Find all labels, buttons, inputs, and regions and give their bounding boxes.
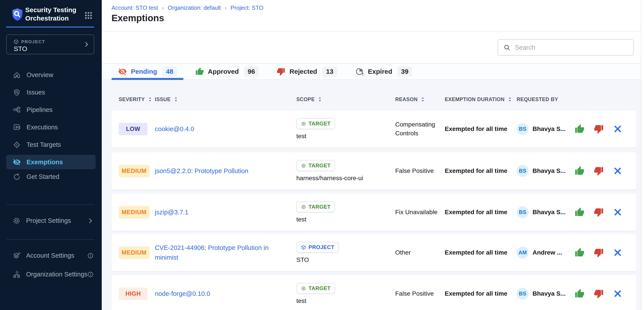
column-header-exemption-duration[interactable]: EXEMPTION DURATION <box>445 97 516 102</box>
table-row: MEDIUM json5@2.2.0: Prototype Pollution … <box>112 152 636 189</box>
sidebar-item-issues[interactable]: Issues <box>0 84 102 101</box>
cancel-x-icon[interactable] <box>613 248 622 257</box>
cancel-x-icon[interactable] <box>613 166 622 175</box>
issue-link[interactable]: jszip@3.7.1 <box>155 207 188 217</box>
sidebar: Security Testing Orchestration PROJECT S… <box>0 0 102 310</box>
pipelines-icon <box>13 106 21 114</box>
row-actions <box>574 289 636 299</box>
breadcrumb-project-link[interactable]: Project: STO <box>230 4 263 11</box>
exemption-duration-text: Exempted for all time <box>445 290 516 297</box>
tab-approved[interactable]: Approved 96 <box>188 64 265 79</box>
sort-icon[interactable] <box>508 97 512 102</box>
tab-label: Approved <box>208 68 239 75</box>
column-header-reason[interactable]: REASON <box>395 97 445 102</box>
sidebar-item-exemptions[interactable]: Exemptions <box>6 155 96 169</box>
info-icon[interactable] <box>87 271 94 278</box>
row-actions <box>574 248 636 258</box>
row-actions <box>574 124 636 134</box>
layers-gear-icon <box>12 252 21 260</box>
table-row: MEDIUM jszip@3.7.1 TARGET test Fix Unava… <box>112 194 636 231</box>
scope-type-chip: TARGET <box>296 160 335 171</box>
reason-text: False Positive <box>395 289 445 298</box>
scope-type-chip: TARGET <box>296 201 335 212</box>
sidebar-item-project-settings[interactable]: Project Settings <box>0 212 102 229</box>
requested-by-cell: BS Bhavya S... <box>516 206 574 218</box>
column-header-severity[interactable]: SEVERITY <box>119 97 155 102</box>
tab-label: Pending <box>131 68 157 75</box>
cancel-x-icon[interactable] <box>613 208 622 217</box>
approve-thumb-up-icon[interactable] <box>574 166 584 176</box>
severity-badge: MEDIUM <box>119 165 150 177</box>
tab-count-badge: 13 <box>322 67 337 76</box>
avatar: BS <box>516 165 528 177</box>
table-header-row: SEVERITY ISSUE SCOPE REASON EXEMPTION DU… <box>112 93 636 106</box>
cancel-x-icon[interactable] <box>613 289 622 298</box>
table-row: LOW cookie@0.4.0 TARGET test Compensatin… <box>112 110 636 148</box>
scope-type-label: TARGET <box>308 204 330 210</box>
tab-rejected[interactable]: Rejected 13 <box>270 64 344 79</box>
avatar: BS <box>516 206 528 218</box>
breadcrumb-separator-icon: › <box>225 5 226 11</box>
sidebar-item-label: Project Settings <box>26 217 71 224</box>
issue-link[interactable]: json5@2.2.0: Prototype Pollution <box>155 166 248 176</box>
cube-icon <box>301 245 306 250</box>
sidebar-item-executions[interactable]: Executions <box>0 119 102 136</box>
scope-type-chip: TARGET <box>296 283 335 294</box>
thumb-up-icon <box>195 67 204 76</box>
reject-thumb-down-icon[interactable] <box>594 289 604 299</box>
search-input[interactable] <box>514 44 634 51</box>
cancel-x-icon[interactable] <box>613 125 622 133</box>
breadcrumb-account-link[interactable]: Account: STO test <box>112 4 158 11</box>
severity-badge: LOW <box>119 123 148 135</box>
app-title: Security Testing Orchestration <box>25 6 78 22</box>
sidebar-item-test-targets[interactable]: Test Targets <box>0 136 102 154</box>
reject-thumb-down-icon[interactable] <box>594 207 604 217</box>
exemptions-table: SEVERITY ISSUE SCOPE REASON EXEMPTION DU… <box>102 80 641 310</box>
scope-cell: TARGET harness/harness-core-ui <box>296 160 395 182</box>
reject-thumb-down-icon[interactable] <box>594 124 604 134</box>
sort-icon[interactable] <box>148 97 152 102</box>
scope-type-chip: TARGET <box>296 118 335 129</box>
reject-thumb-down-icon[interactable] <box>594 166 604 176</box>
tab-label: Rejected <box>290 68 317 75</box>
tab-expired[interactable]: Expired 39 <box>348 64 419 79</box>
column-header-scope[interactable]: SCOPE <box>296 97 395 102</box>
approve-thumb-up-icon[interactable] <box>574 248 584 258</box>
module-switcher-grid-icon[interactable] <box>84 11 93 20</box>
sidebar-item-get-started[interactable]: Get Started <box>0 168 102 185</box>
issue-link[interactable]: node-forge@0.10.0 <box>155 289 210 299</box>
sidebar-item-organization-settings[interactable]: Organization Settings <box>0 266 102 283</box>
issue-link[interactable]: cookie@0.4.0 <box>155 124 194 134</box>
info-icon[interactable] <box>87 252 94 259</box>
approve-thumb-up-icon[interactable] <box>574 124 584 134</box>
row-actions <box>574 166 636 176</box>
approve-thumb-up-icon[interactable] <box>574 207 584 217</box>
sidebar-nav: Overview Issues Pipelines Executions Tes… <box>0 66 102 185</box>
issue-link[interactable]: CVE-2021-44906: Prototype Pollution in m… <box>155 243 283 262</box>
approve-thumb-up-icon[interactable] <box>574 289 584 299</box>
reject-thumb-down-icon[interactable] <box>594 248 604 258</box>
severity-badge: HIGH <box>119 288 148 300</box>
scope-cell: TARGET test <box>296 283 395 305</box>
scope-type-label: TARGET <box>308 162 330 169</box>
project-selector[interactable]: PROJECT STO <box>6 34 94 54</box>
tab-pending[interactable]: Pending 48 <box>112 64 184 79</box>
scope-name: test <box>296 133 306 140</box>
scope-name: test <box>296 298 306 305</box>
target-icon <box>301 163 306 168</box>
sidebar-item-account-settings[interactable]: Account Settings <box>0 247 102 264</box>
eye-off-icon <box>13 158 21 166</box>
breadcrumb-organization-link[interactable]: Organization: default <box>168 4 221 11</box>
avatar: BS <box>516 288 528 300</box>
sidebar-item-pipelines[interactable]: Pipelines <box>0 101 102 119</box>
scope-cell: PROJECT STO <box>296 242 395 263</box>
sort-icon[interactable] <box>174 97 178 102</box>
sidebar-item-overview[interactable]: Overview <box>0 66 102 84</box>
sort-icon[interactable] <box>318 97 322 102</box>
column-header-issue[interactable]: ISSUE <box>155 97 296 102</box>
reason-text: Compensating Controls <box>395 120 445 138</box>
sort-icon[interactable] <box>421 97 424 102</box>
app-logo-shield-icon <box>10 7 24 22</box>
project-selector-value: STO <box>14 45 27 53</box>
tab-count-badge: 39 <box>398 67 412 76</box>
